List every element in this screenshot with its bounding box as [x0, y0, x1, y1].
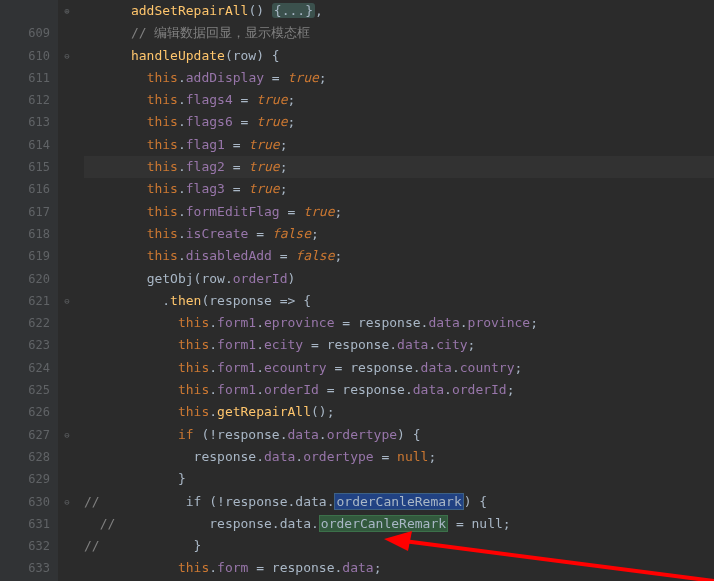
code-line[interactable]: // response.data.orderCanleRemark = null…: [84, 513, 714, 535]
search-match-current: orderCanleRemark: [334, 493, 463, 510]
line-number: 624: [0, 357, 50, 379]
code-line[interactable]: this.disabledAdd = false;: [84, 245, 714, 267]
code-line[interactable]: this.form1.orderId = response.data.order…: [84, 379, 714, 401]
code-line[interactable]: if (!response.data.ordertype) {: [84, 424, 714, 446]
line-number: 631: [0, 513, 50, 535]
line-number: [0, 0, 50, 22]
line-number: 632: [0, 535, 50, 557]
line-number: 625: [0, 379, 50, 401]
code-area[interactable]: addSetRepairAll() {...}, // 编辑数据回显，显示模态框…: [76, 0, 714, 581]
code-line[interactable]: this.isCreate = false;: [84, 223, 714, 245]
code-line[interactable]: this.getRepairAll();: [84, 401, 714, 423]
line-number: 615: [0, 156, 50, 178]
line-number: 627: [0, 424, 50, 446]
code-line[interactable]: this.formEditFlag = true;: [84, 201, 714, 223]
line-number: 623: [0, 334, 50, 356]
line-number-gutter: 609 610 611 612 613 614 615 616 617 618 …: [0, 0, 58, 581]
line-number: 630: [0, 491, 50, 513]
line-number: 619: [0, 245, 50, 267]
fold-marker-icon[interactable]: ⊖: [58, 491, 76, 513]
code-line-current[interactable]: this.flag2 = true;: [84, 156, 714, 178]
line-number: 609: [0, 22, 50, 44]
code-line[interactable]: }: [84, 468, 714, 490]
code-line[interactable]: // if (!response.data.orderCanleRemark) …: [84, 491, 714, 513]
line-number: 628: [0, 446, 50, 468]
fold-column: ⊕ ⊖ ⊖ ⊖ ⊖: [58, 0, 76, 581]
code-line[interactable]: getObj(row.orderId): [84, 268, 714, 290]
code-line[interactable]: this.flags6 = true;: [84, 111, 714, 133]
fold-marker-icon[interactable]: ⊖: [58, 424, 76, 446]
line-number: 610: [0, 45, 50, 67]
line-number: 614: [0, 134, 50, 156]
line-number: 617: [0, 201, 50, 223]
line-number: 633: [0, 557, 50, 579]
code-editor[interactable]: 609 610 611 612 613 614 615 616 617 618 …: [0, 0, 714, 581]
code-line[interactable]: response.data.ordertype = null;: [84, 446, 714, 468]
code-line[interactable]: // }: [84, 535, 714, 557]
code-line[interactable]: this.flag3 = true;: [84, 178, 714, 200]
line-number: 611: [0, 67, 50, 89]
code-line[interactable]: // 编辑数据回显，显示模态框: [84, 22, 714, 44]
code-line[interactable]: this.flag1 = true;: [84, 134, 714, 156]
line-number: 613: [0, 111, 50, 133]
code-line[interactable]: handleUpdate(row) {: [84, 45, 714, 67]
line-number: 616: [0, 178, 50, 200]
code-line[interactable]: this.addDisplay = true;: [84, 67, 714, 89]
code-line[interactable]: this.form = response.data;: [84, 557, 714, 579]
fold-marker-icon[interactable]: ⊖: [58, 45, 76, 67]
code-line[interactable]: this.flags4 = true;: [84, 89, 714, 111]
search-match: orderCanleRemark: [319, 515, 448, 532]
line-number: 621: [0, 290, 50, 312]
code-line[interactable]: addSetRepairAll() {...},: [84, 0, 714, 22]
folded-code-icon[interactable]: {...}: [272, 3, 315, 18]
fold-marker-icon[interactable]: ⊖: [58, 290, 76, 312]
line-number: 620: [0, 268, 50, 290]
line-number: 629: [0, 468, 50, 490]
line-number: 612: [0, 89, 50, 111]
code-line[interactable]: this.form1.ecity = response.data.city;: [84, 334, 714, 356]
line-number: 618: [0, 223, 50, 245]
fold-marker-icon[interactable]: ⊕: [58, 0, 76, 22]
code-line[interactable]: .then(response => {: [84, 290, 714, 312]
code-line[interactable]: this.form1.ecountry = response.data.coun…: [84, 357, 714, 379]
line-number: 622: [0, 312, 50, 334]
code-line[interactable]: this.form1.eprovince = response.data.pro…: [84, 312, 714, 334]
line-number: 626: [0, 401, 50, 423]
